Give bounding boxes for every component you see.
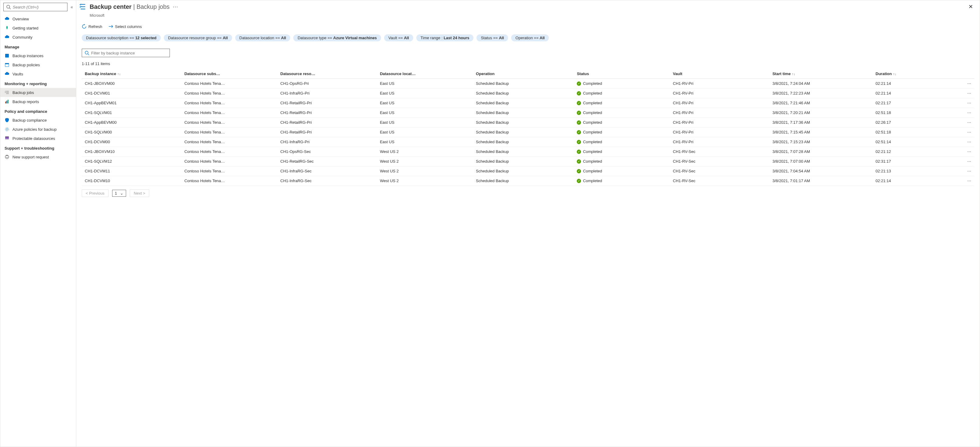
cell-status: ✓Completed [574, 88, 670, 98]
table-row[interactable]: CH1-DCVM10Contoso Hotels Tena…CH1-InfraR… [82, 176, 974, 186]
cell-subscription: Contoso Hotels Tena… [181, 147, 277, 156]
svg-point-17 [85, 51, 88, 54]
row-context-menu[interactable]: ⋯ [954, 108, 974, 118]
table-row[interactable]: CH1-SQLVM01Contoso Hotels Tena…CH1-Retai… [82, 108, 974, 118]
col-location[interactable]: Datasource locat… [377, 69, 473, 79]
refresh-icon [82, 24, 87, 29]
cell-start: 3/8/2021, 7:22:23 AM [769, 88, 872, 98]
cell-subscription: Contoso Hotels Tena… [181, 176, 277, 186]
pager-page-select[interactable]: 1 ⌄ [112, 190, 126, 197]
cell-start: 3/8/2021, 7:20:21 AM [769, 108, 872, 118]
filter-pill-0[interactable]: Datasource subscription == 12 selected [82, 34, 161, 42]
cell-vault: CH1-RV-Pri [670, 118, 769, 128]
table-row[interactable]: CH1-DCVM01Contoso Hotels Tena…CH1-InfraR… [82, 88, 974, 98]
sidebar-item-azure-policies[interactable]: Azure policies for backup [0, 125, 76, 134]
row-context-menu[interactable]: ⋯ [954, 118, 974, 128]
filter-pill-2[interactable]: Datasource location == All [235, 34, 291, 42]
filter-pill-6[interactable]: Status == All [476, 34, 508, 42]
sidebar-item-backup-jobs[interactable]: Backup jobs [0, 88, 76, 97]
cell-vault: CH1-RV-Sec [670, 156, 769, 166]
sidebar-item-backup-policies[interactable]: Backup policies [0, 60, 76, 69]
cell-operation: Scheduled Backup [473, 176, 574, 186]
col-resourcegroup[interactable]: Datasource reso… [277, 69, 377, 79]
refresh-button[interactable]: Refresh [82, 24, 102, 29]
svg-point-12 [5, 128, 9, 131]
row-context-menu[interactable]: ⋯ [954, 156, 974, 166]
cell-vault: CH1-RV-Pri [670, 79, 769, 88]
cell-subscription: Contoso Hotels Tena… [181, 137, 277, 147]
sidebar-item-vaults[interactable]: Vaults [0, 69, 76, 78]
col-duration[interactable]: Duration↑↓ [872, 69, 954, 79]
table-row[interactable]: CH1-AppBEVM01Contoso Hotels Tena…CH1-Ret… [82, 98, 974, 108]
sidebar-item-backup-reports[interactable]: Backup reports [0, 97, 76, 106]
col-start[interactable]: Start time↑↓ [769, 69, 872, 79]
cell-duration: 02:51:18 [872, 128, 954, 137]
cell-location: East US [377, 118, 473, 128]
cell-vault: CH1-RV-Sec [670, 176, 769, 186]
table-row[interactable]: CH1-DCVM11Contoso Hotels Tena…CH1-InfraR… [82, 166, 974, 176]
pager-previous[interactable]: < Previous [82, 190, 108, 197]
row-context-menu[interactable]: ⋯ [954, 166, 974, 176]
cell-status: ✓Completed [574, 156, 670, 166]
row-context-menu[interactable]: ⋯ [954, 88, 974, 98]
toolbar: Refresh Select columns [76, 21, 980, 32]
sidebar-item-backup-instances[interactable]: Backup instances [0, 51, 76, 60]
col-operation[interactable]: Operation [473, 69, 574, 79]
row-context-menu[interactable]: ⋯ [954, 137, 974, 147]
sidebar-item-new-support[interactable]: New support request [0, 152, 76, 161]
cell-instance: CH1-SQLVM12 [82, 156, 181, 166]
checklist-icon [5, 90, 10, 95]
col-instance[interactable]: Backup instance↑↓ [82, 69, 181, 79]
instance-filter-input[interactable] [91, 51, 167, 55]
filter-pill-1[interactable]: Datasource resource group == All [164, 34, 232, 42]
sidebar-collapse-button[interactable]: « [70, 5, 73, 10]
sidebar-search-input[interactable] [13, 5, 65, 10]
sidebar-item-community[interactable]: Community [0, 32, 76, 42]
table-row[interactable]: CH1-DCVM00Contoso Hotels Tena…CH1-InfraR… [82, 137, 974, 147]
sidebar-item-overview[interactable]: Overview [0, 14, 76, 23]
svg-line-18 [88, 54, 89, 55]
filter-pill-3[interactable]: Datasource type == Azure Virtual machine… [293, 34, 381, 42]
svg-line-1 [10, 8, 11, 9]
row-context-menu[interactable]: ⋯ [954, 176, 974, 186]
table-row[interactable]: CH1-JBOXVM00Contoso Hotels Tena…CH1-OpsR… [82, 79, 974, 88]
sidebar-item-protectable[interactable]: Protectable datasources [0, 134, 76, 143]
cell-status: ✓Completed [574, 108, 670, 118]
pager-next[interactable]: Next > [130, 190, 149, 197]
filter-pill-5[interactable]: Time range : Last 24 hours [416, 34, 474, 42]
select-columns-button[interactable]: Select columns [108, 24, 142, 29]
row-context-menu[interactable]: ⋯ [954, 98, 974, 108]
header-more-button[interactable]: ⋯ [173, 3, 178, 10]
close-button[interactable]: ✕ [966, 2, 975, 11]
filter-pill-7[interactable]: Operation == All [511, 34, 549, 42]
cell-instance: CH1-AppBEVM01 [82, 98, 181, 108]
cell-subscription: Contoso Hotels Tena… [181, 166, 277, 176]
sidebar-item-getting-started[interactable]: Getting started [0, 23, 76, 32]
col-status[interactable]: Status [574, 69, 670, 79]
sidebar-item-backup-compliance[interactable]: Backup compliance [0, 115, 76, 125]
cell-operation: Scheduled Backup [473, 137, 574, 147]
cell-operation: Scheduled Backup [473, 108, 574, 118]
instance-filter[interactable] [82, 49, 170, 57]
table-row[interactable]: CH1-JBOXVM10Contoso Hotels Tena…CH1-OpsR… [82, 147, 974, 156]
col-vault[interactable]: Vault [670, 69, 769, 79]
filter-pill-4[interactable]: Vault == All [384, 34, 413, 42]
sidebar-search[interactable] [3, 3, 67, 11]
sidebar-item-label: Backup reports [13, 99, 39, 104]
row-context-menu[interactable]: ⋯ [954, 147, 974, 156]
row-context-menu[interactable]: ⋯ [954, 128, 974, 137]
nav-section-header: Support + troubleshooting [0, 143, 76, 152]
table-row[interactable]: CH1-AppBEVM00Contoso Hotels Tena…CH1-Ret… [82, 118, 974, 128]
table-row[interactable]: CH1-SQLVM00Contoso Hotels Tena…CH1-Retai… [82, 128, 974, 137]
cell-status: ✓Completed [574, 98, 670, 108]
success-icon: ✓ [577, 111, 581, 115]
refresh-label: Refresh [88, 24, 102, 29]
cell-vault: CH1-RV-Pri [670, 128, 769, 137]
sidebar-item-label: Community [13, 35, 32, 40]
row-context-menu[interactable]: ⋯ [954, 79, 974, 88]
cell-location: East US [377, 98, 473, 108]
chart-icon [5, 99, 10, 104]
cell-instance: CH1-SQLVM00 [82, 128, 181, 137]
col-subscription[interactable]: Datasource subs… [181, 69, 277, 79]
table-row[interactable]: CH1-SQLVM12Contoso Hotels Tena…CH1-Retai… [82, 156, 974, 166]
